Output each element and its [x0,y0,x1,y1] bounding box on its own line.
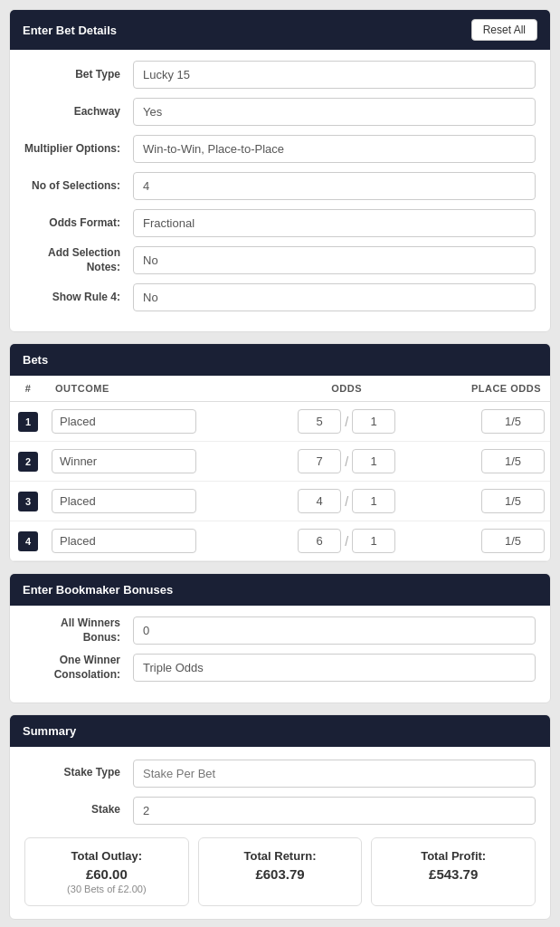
show-rule4-input[interactable] [133,283,536,311]
odds-inputs: / [274,409,419,434]
row-number-cell: 4 [10,521,46,561]
odds-inputs: / [274,449,419,473]
row-number-cell: 1 [10,402,46,442]
odds-format-label: Odds Format: [24,216,133,231]
multiplier-input[interactable] [133,135,536,163]
add-notes-input[interactable] [133,246,536,274]
odds-denominator-input[interactable] [352,489,395,513]
total-return-box: Total Return: £603.79 [198,837,363,906]
bonuses-title: Enter Bookmaker Bonuses [23,583,173,597]
table-row: 1 / [10,402,550,442]
add-notes-label: Add Selection Notes: [24,246,133,274]
enter-bet-details-title: Enter Bet Details [23,24,117,37]
all-winners-bonus-label: All Winners Bonus: [24,616,133,645]
one-winner-row: One Winner Consolation: [24,654,536,682]
row-number-cell: 2 [10,442,46,482]
odds-cell: / [269,521,424,561]
one-winner-input[interactable] [133,654,536,682]
row-number: 1 [18,412,38,432]
odds-numerator-input[interactable] [298,529,341,553]
place-odds-cell [424,442,550,482]
place-odds-cell [424,482,550,521]
odds-format-input[interactable] [133,209,536,237]
outcome-input[interactable] [52,529,196,553]
enter-bet-details-section: Enter Bet Details Reset All Bet Type Eac… [9,9,551,332]
odds-cell: / [269,482,424,521]
odds-slash: / [345,415,348,429]
odds-numerator-input[interactable] [298,409,341,434]
summary-section: Summary Stake Type Stake Total Outlay: £… [9,714,551,920]
bets-table: # OUTCOME ODDS PLACE ODDS 1 / [10,376,550,561]
show-rule4-row: Show Rule 4: [24,283,536,311]
outcome-input[interactable] [52,409,196,434]
place-odds-cell [424,402,550,442]
stake-type-input[interactable] [133,760,536,788]
outcome-cell [46,521,269,561]
stake-input[interactable] [133,797,536,825]
outcome-input[interactable] [52,449,196,473]
odds-denominator-input[interactable] [352,409,395,434]
bets-section: Bets # OUTCOME ODDS PLACE ODDS 1 [9,343,551,562]
eachway-row: Eachway [24,98,536,126]
row-number-cell: 3 [10,482,46,521]
total-return-amount: £603.79 [206,866,355,882]
col-odds: ODDS [269,376,424,402]
bonuses-body: All Winners Bonus: One Winner Consolatio… [10,606,550,702]
summary-body: Stake Type Stake Total Outlay: £60.00 (3… [10,747,550,919]
outcome-cell [46,402,269,442]
eachway-label: Eachway [24,105,133,119]
table-row: 3 / [10,482,550,521]
reset-all-button[interactable]: Reset All [471,19,537,41]
total-profit-box: Total Profit: £543.79 [371,837,536,906]
table-row: 2 / [10,442,550,482]
bet-type-row: Bet Type [24,61,536,89]
stake-label: Stake [24,803,133,817]
row-number: 3 [18,492,38,511]
enter-bet-details-body: Bet Type Eachway Multiplier Options: No … [10,50,550,331]
bets-header: Bets [10,344,550,376]
place-odds-input[interactable] [481,489,545,513]
outcome-cell [46,442,269,482]
totals-row: Total Outlay: £60.00 (30 Bets of £2.00) … [24,837,536,906]
odds-slash: / [345,534,348,549]
all-winners-bonus-row: All Winners Bonus: [24,616,536,645]
odds-inputs: / [274,529,419,553]
summary-title: Summary [23,724,76,738]
all-winners-bonus-input[interactable] [133,616,536,645]
col-hash: # [10,376,46,402]
multiplier-label: Multiplier Options: [24,142,133,157]
row-number: 2 [18,452,38,472]
no-selections-label: No of Selections: [24,179,133,194]
odds-numerator-input[interactable] [298,489,341,513]
stake-type-label: Stake Type [24,766,133,780]
place-odds-input[interactable] [481,449,545,473]
odds-cell: / [269,442,424,482]
col-place-odds: PLACE ODDS [424,376,550,402]
odds-denominator-input[interactable] [352,449,395,473]
no-selections-input[interactable] [133,172,536,200]
stake-type-row: Stake Type [24,760,536,788]
stake-row: Stake [24,797,536,825]
bonuses-header: Enter Bookmaker Bonuses [10,574,550,606]
place-odds-input[interactable] [481,529,545,553]
total-outlay-box: Total Outlay: £60.00 (30 Bets of £2.00) [24,837,189,906]
add-notes-row: Add Selection Notes: [24,246,536,274]
show-rule4-label: Show Rule 4: [24,291,133,305]
outcome-input[interactable] [52,489,196,513]
total-outlay-title: Total Outlay: [33,849,181,863]
total-profit-title: Total Profit: [379,849,527,863]
bet-type-input[interactable] [133,61,536,89]
bets-table-header-row: # OUTCOME ODDS PLACE ODDS [10,376,550,402]
bet-type-label: Bet Type [24,68,133,82]
odds-numerator-input[interactable] [298,449,341,473]
col-outcome: OUTCOME [46,376,269,402]
table-row: 4 / [10,521,550,561]
bonuses-section: Enter Bookmaker Bonuses All Winners Bonu… [9,573,551,702]
place-odds-input[interactable] [481,409,545,434]
eachway-input[interactable] [133,98,536,126]
total-outlay-amount: £60.00 [33,866,181,882]
total-outlay-sub: (30 Bets of £2.00) [33,884,181,894]
summary-header: Summary [10,715,550,747]
odds-denominator-input[interactable] [352,529,395,553]
outcome-cell [46,482,269,521]
